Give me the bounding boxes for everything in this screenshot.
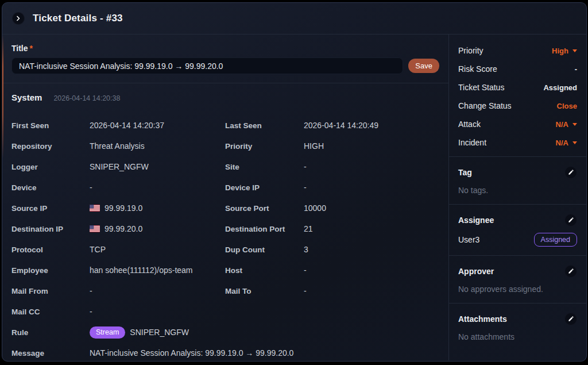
no-attachments-text: No attachments xyxy=(458,331,577,343)
required-asterisk: * xyxy=(30,44,33,53)
priority-dropdown[interactable]: High xyxy=(552,47,577,55)
assigned-status-badge: Assigned xyxy=(534,233,577,247)
chevron-down-icon xyxy=(572,49,577,52)
field-row-destination-ip: Destination IP 99.99.20.0 Destination Po… xyxy=(11,218,439,239)
edit-approver-button[interactable] xyxy=(564,265,577,278)
chevron-down-icon xyxy=(572,123,577,126)
assignee-row: User3 Assigned xyxy=(458,232,577,247)
us-flag-icon xyxy=(90,225,100,232)
ticket-details-card: Ticket Details - #33 Title* Save System … xyxy=(2,2,587,362)
stream-badge: Stream xyxy=(90,326,125,339)
pencil-icon xyxy=(568,215,574,225)
property-row-attack: Attack N/A xyxy=(458,115,577,133)
field-row-mail-from: Mail From - Mail To - xyxy=(11,281,439,301)
system-timestamp: 2026-04-14 14:20:38 xyxy=(53,94,120,102)
left-accent-glow xyxy=(2,35,3,159)
chevron-right-icon xyxy=(16,13,21,24)
save-button[interactable]: Save xyxy=(408,59,439,73)
field-row-protocol: Protocol TCP Dup Count 3 xyxy=(11,239,439,260)
field-row-employee: Employee han sohee(111112)/ops-team Host… xyxy=(11,260,439,281)
approver-section: Approver No approvers assigned. xyxy=(449,256,586,303)
field-row-device: Device - Device IP - xyxy=(11,177,439,198)
edit-assignee-button[interactable] xyxy=(564,214,577,226)
risk-score-value: - xyxy=(575,65,577,74)
ticket-properties-section: Priority High Risk Score - Ticket Status… xyxy=(449,34,586,157)
field-row-logger: Logger SNIPER_NGFW Site - xyxy=(11,156,439,177)
page-header: Ticket Details - #33 xyxy=(2,3,586,34)
title-input[interactable] xyxy=(11,57,403,74)
no-approvers-text: No approvers assigned. xyxy=(458,283,577,295)
system-heading: System xyxy=(11,93,42,102)
no-tags-text: No tags. xyxy=(458,185,577,196)
title-section: Title* Save xyxy=(2,34,448,83)
system-section: System 2026-04-14 14:20:38 First Seen 20… xyxy=(2,83,448,362)
page-title: Ticket Details - #33 xyxy=(33,13,123,24)
incident-dropdown[interactable]: N/A xyxy=(556,139,577,147)
edit-attachments-button[interactable] xyxy=(564,313,577,325)
field-row-mail-cc: Mail CC - xyxy=(11,301,439,322)
us-flag-icon xyxy=(90,205,100,212)
property-row-ticket-status: Ticket Status Assigned xyxy=(458,78,577,97)
assignee-section: Assignee User3 Assigned xyxy=(449,205,586,256)
system-fields: First Seen 2026-04-14 14:20:37 Last Seen… xyxy=(11,115,439,362)
attachments-heading: Attachments xyxy=(458,314,507,324)
approver-heading: Approver xyxy=(458,267,494,276)
ticket-sidebar: Priority High Risk Score - Ticket Status… xyxy=(448,34,586,360)
pencil-icon xyxy=(568,266,574,276)
field-row-source-ip: Source IP 99.99.19.0 Source Port 10000 xyxy=(11,198,439,218)
field-row-repository: Repository Threat Analysis Priority HIGH xyxy=(11,136,439,156)
attack-dropdown[interactable]: N/A xyxy=(556,120,577,129)
attachments-section: Attachments No attachments xyxy=(449,303,586,351)
field-row-rule: Rule Stream SNIPER_NGFW xyxy=(11,322,439,343)
chevron-down-icon xyxy=(572,141,577,144)
title-field-label: Title* xyxy=(11,44,439,53)
change-status-close-link[interactable]: Close xyxy=(557,102,577,110)
tag-heading: Tag xyxy=(458,168,472,177)
property-row-change-status: Change Status Close xyxy=(458,97,577,115)
assignee-heading: Assignee xyxy=(458,216,494,225)
field-row-message: Message NAT-inclusive Session Analysis: … xyxy=(11,343,439,362)
collapse-panel-button[interactable] xyxy=(12,12,25,25)
ticket-status-value: Assigned xyxy=(543,83,577,92)
field-row-first-seen: First Seen 2026-04-14 14:20:37 Last Seen… xyxy=(11,115,439,136)
pencil-icon xyxy=(568,314,574,324)
main-panel: Title* Save System 2026-04-14 14:20:38 F… xyxy=(2,34,448,360)
pencil-icon xyxy=(568,167,574,178)
edit-tags-button[interactable] xyxy=(564,166,577,179)
property-row-risk-score: Risk Score - xyxy=(458,60,577,78)
property-row-priority: Priority High xyxy=(458,41,577,60)
tag-section: Tag No tags. xyxy=(449,157,586,205)
assignee-name: User3 xyxy=(458,235,479,244)
property-row-incident: Incident N/A xyxy=(458,133,577,152)
